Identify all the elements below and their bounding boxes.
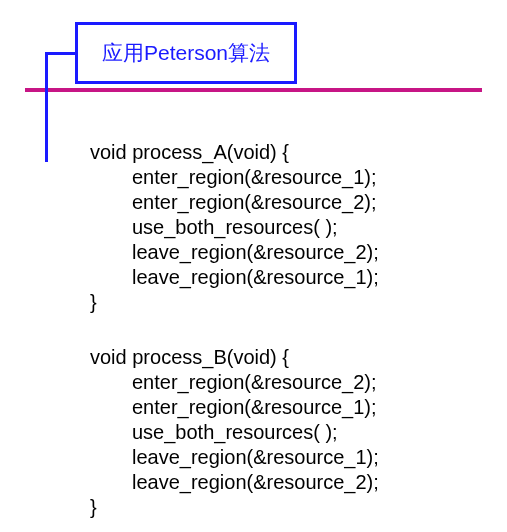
- code-line: }: [90, 290, 379, 315]
- code-line: void process_B(void) {: [90, 345, 379, 370]
- code-line: enter_region(&resource_2);: [90, 190, 379, 215]
- code-line: enter_region(&resource_1);: [90, 395, 379, 420]
- connector-line-vertical: [45, 52, 48, 162]
- code-line: use_both_resources( );: [90, 215, 379, 240]
- code-line: leave_region(&resource_1);: [90, 445, 379, 470]
- code-block-process-b: void process_B(void) { enter_region(&res…: [90, 345, 379, 520]
- title-text: 应用Peterson算法: [102, 41, 270, 64]
- code-line: leave_region(&resource_1);: [90, 265, 379, 290]
- separator-line: [25, 88, 482, 92]
- connector-line-horizontal: [45, 52, 77, 55]
- title-box: 应用Peterson算法: [75, 22, 297, 84]
- code-block-process-a: void process_A(void) { enter_region(&res…: [90, 140, 379, 315]
- code-line: use_both_resources( );: [90, 420, 379, 445]
- code-line: }: [90, 495, 379, 520]
- code-line: enter_region(&resource_2);: [90, 370, 379, 395]
- code-line: leave_region(&resource_2);: [90, 240, 379, 265]
- code-line: void process_A(void) {: [90, 140, 379, 165]
- code-line: leave_region(&resource_2);: [90, 470, 379, 495]
- code-line: enter_region(&resource_1);: [90, 165, 379, 190]
